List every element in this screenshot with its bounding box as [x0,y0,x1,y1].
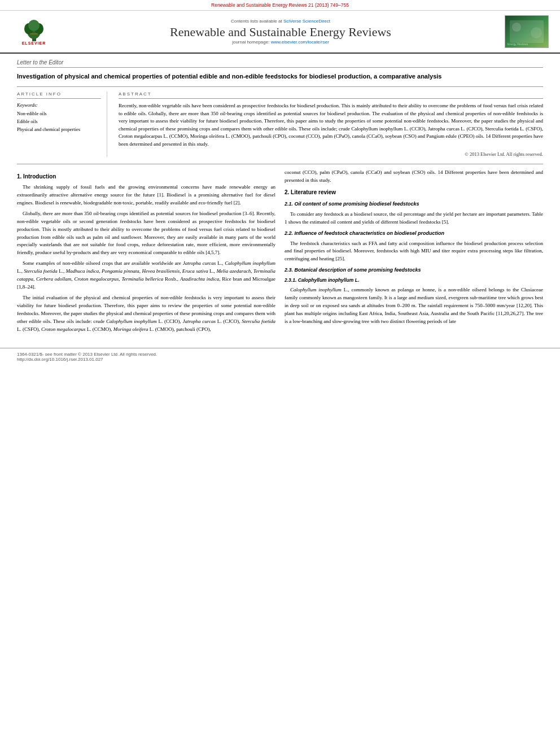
section2-2-para: The feedstock characteristics such as FF… [285,240,543,264]
svg-rect-5 [30,33,38,34]
journal-cover-thumbnail: Energy Reviews [505,15,549,48]
journal-header: ELSEVIER Contents lists available at Sci… [0,11,560,54]
left-column: 1. Introduction The shrinking supply of … [17,169,275,336]
section-label: Letter to the Editor [17,59,543,68]
section2-1-heading: 2.1. Oil content of some promising biodi… [285,200,543,208]
section1-heading: 1. Introduction [17,172,275,181]
svg-point-4 [28,20,40,31]
abstract-panel: ABSTRACT Recently, non-edible vegetable … [119,91,543,157]
abstract-body: Recently, non-edible vegetable oils have… [119,103,543,147]
homepage-line: journal homepage: www.elsevier.com/locat… [62,40,499,45]
homepage-prefix: journal homepage: [232,40,271,45]
svg-point-8 [531,27,542,38]
article-meta-block: ARTICLE INFO Keywords: Non-edible oils E… [17,86,543,157]
keyword-item: Non-edible oils [17,110,101,118]
keyword-item: Physical and chemical properties [17,126,101,134]
svg-point-7 [512,23,521,32]
section2-1-para: To consider any feedstock as a biodiesel… [285,211,543,226]
journal-name: Renewable and Sustainable Energy Reviews [62,25,499,40]
journal-citation-bar: Renewable and Sustainable Energy Reviews… [0,0,560,11]
abstract-text: Recently, non-edible vegetable oils have… [119,102,543,148]
sciverse-line: Contents lists available at SciVerse Sci… [62,19,499,24]
section1-para1: The shrinking supply of fossil fuels and… [17,184,275,207]
section2-3-heading: 2.3. Botanical description of some promi… [285,267,543,274]
footer-issn: 1364-0321/$- see front matter © 2013 Els… [17,352,543,357]
section1-para3: Some examples of non-edible oilseed crop… [17,260,275,291]
journal-citation-text: Renewable and Sustainable Energy Reviews… [211,2,349,8]
article-info-heading: ARTICLE INFO [17,91,101,99]
cover-image-icon: Energy Reviews [505,16,549,48]
elsevier-tree-icon [19,19,50,41]
elsevier-wordmark: ELSEVIER [22,41,46,45]
right-col-intro: coconut (CCO), palm (CPaO), canola (CCaO… [285,169,543,185]
abstract-heading: ABSTRACT [119,91,543,99]
article-title: Investigation of physical and chemical p… [17,72,543,81]
section1-para4: The initial evaluation of the physical a… [17,294,275,334]
section2-heading: 2. Literature review [285,188,543,197]
body-columns: 1. Introduction The shrinking supply of … [17,164,543,336]
page-footer: 1364-0321/$- see front matter © 2013 Els… [0,348,560,365]
keywords-label: Keywords: [17,102,101,108]
and-text: and [384,169,391,175]
main-content: Letter to the Editor Investigation of ph… [0,54,560,342]
keyword-item: Edible oils [17,118,101,126]
keywords-list: Non-edible oils Edible oils Physical and… [17,110,101,133]
elsevier-logo: ELSEVIER [11,18,56,46]
contents-prefix: Contents lists available at [231,19,283,24]
svg-text:Energy Reviews: Energy Reviews [508,42,528,46]
section1-para2: Globally, there are more than 350 oil-be… [17,210,275,257]
article-info-panel: ARTICLE INFO Keywords: Non-edible oils E… [17,91,107,157]
right-column: coconut (CCO), palm (CPaO), canola (CCaO… [285,169,543,336]
section2-2-heading: 2.2. Influence of feedstock characterist… [285,230,543,238]
homepage-link[interactable]: www.elsevier.com/locate/rser [271,40,329,45]
copyright-notice: © 2013 Elsevier Ltd. All rights reserved… [119,151,543,157]
section2-3-1-heading: 2.3.1. Calophyllum inophyllum L. [285,277,543,284]
section2-3-1-para: Calophyllum inophyllum L., commonly know… [285,286,543,326]
footer-doi: http://dx.doi.org/10.1016/j.rser.2013.01… [17,357,543,362]
sciverse-link[interactable]: SciVerse ScienceDirect [283,19,330,24]
journal-title-block: Contents lists available at SciVerse Sci… [62,19,499,45]
